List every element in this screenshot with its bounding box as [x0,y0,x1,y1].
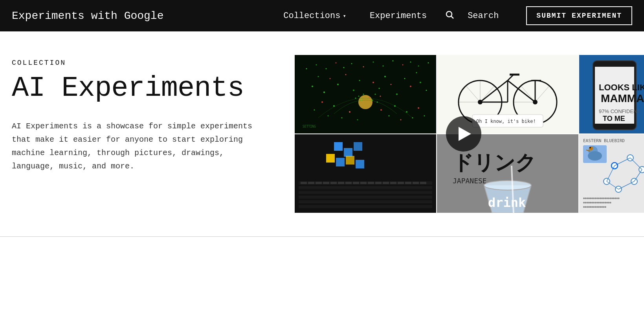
svg-point-10 [353,90,354,91]
svg-rect-167 [338,182,344,184]
svg-text:TO ME: TO ME [603,115,625,122]
svg-point-57 [410,62,411,63]
svg-point-32 [400,119,402,121]
svg-point-9 [345,74,347,75]
svg-point-0 [446,11,452,17]
svg-line-1 [451,16,454,18]
svg-rect-172 [375,182,382,184]
svg-text:●●●●●●●●●●●●●●: ●●●●●●●●●●●●●● [583,205,607,208]
svg-point-20 [420,82,421,83]
collage-cell-phone: LOOKS LIKE MAMMAL 97% CONFIDENT TO ME [579,55,644,133]
svg-rect-149 [334,142,343,151]
svg-rect-162 [301,182,307,184]
svg-point-27 [349,111,350,113]
collections-label: Collections [283,11,340,21]
svg-text:LOOKS LIKE: LOOKS LIKE [599,82,644,92]
svg-point-59 [428,62,429,64]
svg-point-41 [369,97,370,98]
svg-rect-160 [299,200,432,203]
svg-text:●●●●●●●●●●●●●●●●●●●●●●: ●●●●●●●●●●●●●●●●●●●●●● [583,197,620,200]
svg-point-18 [410,86,411,87]
svg-text:MAMMAL: MAMMAL [601,92,644,104]
svg-point-8 [337,84,339,85]
svg-point-38 [358,96,360,97]
svg-rect-150 [344,148,352,157]
svg-rect-174 [390,182,396,184]
svg-point-51 [351,63,352,64]
svg-point-6 [323,91,325,93]
svg-text:Oh I know, it's bike!: Oh I know, it's bike! [476,119,536,124]
image-collage: SETTING [295,55,578,213]
svg-rect-152 [326,154,335,163]
chevron-down-icon: ▾ [343,13,346,19]
svg-point-33 [406,111,407,113]
svg-rect-161 [299,205,432,208]
svg-text:drink: drink [488,195,526,210]
svg-point-35 [418,107,419,109]
svg-rect-157 [299,186,432,189]
hero-text: COLLECTION AI Experiments AI Experiments… [12,55,279,173]
search-group: Search [439,10,503,22]
hero-collage: SETTING [295,55,632,213]
collection-label: COLLECTION [12,59,279,67]
svg-text:JAPANESE: JAPANESE [453,177,487,185]
svg-point-52 [363,66,364,68]
svg-point-40 [363,94,364,95]
svg-point-46 [306,68,307,69]
svg-point-11 [359,80,360,81]
collage-cell-blocks [295,134,436,213]
site-header: Experiments with Google Collections ▾ Ex… [0,0,644,31]
page-footer [0,236,644,237]
svg-point-4 [312,86,313,87]
svg-point-7 [330,78,331,79]
svg-point-13 [379,88,380,89]
collage-cell-particles: SETTING [295,55,436,133]
svg-point-37 [355,98,356,99]
svg-point-54 [383,66,384,67]
site-logo[interactable]: Experiments with Google [12,10,163,22]
svg-point-19 [416,72,417,73]
svg-point-28 [357,119,358,121]
svg-point-14 [384,76,386,77]
svg-rect-155 [356,160,364,168]
svg-rect-169 [353,182,359,184]
svg-point-17 [404,78,405,79]
svg-text:ドリンク: ドリンク [453,151,536,174]
svg-point-15 [391,84,392,85]
search-label[interactable]: Search [464,11,503,21]
svg-text:SETTING: SETTING [303,125,316,128]
svg-rect-177 [413,182,419,184]
main-nav: Collections ▾ Experiments Search SUBMIT … [272,6,632,25]
nav-experiments[interactable]: Experiments [358,11,439,21]
page-description: AI Experiments is a showcase for simple … [12,120,263,173]
nav-collections[interactable]: Collections ▾ [272,11,358,21]
svg-text:97% CONFIDENT: 97% CONFIDENT [599,108,640,114]
svg-rect-153 [336,158,345,166]
svg-point-53 [373,62,374,63]
svg-rect-166 [330,182,337,184]
svg-point-45 [380,96,381,97]
svg-rect-158 [299,191,432,194]
svg-rect-178 [420,182,426,184]
svg-point-29 [380,109,382,111]
svg-point-12 [372,82,374,83]
search-icon[interactable] [439,10,461,22]
svg-point-26 [341,117,343,119]
svg-text:EASTERN BLUEBIRD: EASTERN BLUEBIRD [583,138,625,143]
svg-rect-170 [360,182,367,184]
svg-point-5 [318,76,319,77]
svg-rect-151 [354,142,362,151]
svg-text:●●●●●●●●●●●●●●●●●: ●●●●●●●●●●●●●●●●● [583,201,611,204]
svg-rect-176 [405,182,411,184]
svg-point-16 [396,93,398,95]
submit-experiment-button[interactable]: SUBMIT EXPERIMENT [526,6,632,25]
svg-point-3 [358,95,372,109]
svg-rect-175 [398,182,404,184]
svg-point-21 [426,90,427,91]
svg-point-36 [424,115,425,117]
collage-cell-bluebird: EASTERN BLUEBIRD [579,134,644,213]
svg-rect-163 [308,182,314,184]
svg-point-184 [484,181,531,190]
play-button[interactable] [446,116,481,152]
svg-rect-154 [346,156,354,164]
